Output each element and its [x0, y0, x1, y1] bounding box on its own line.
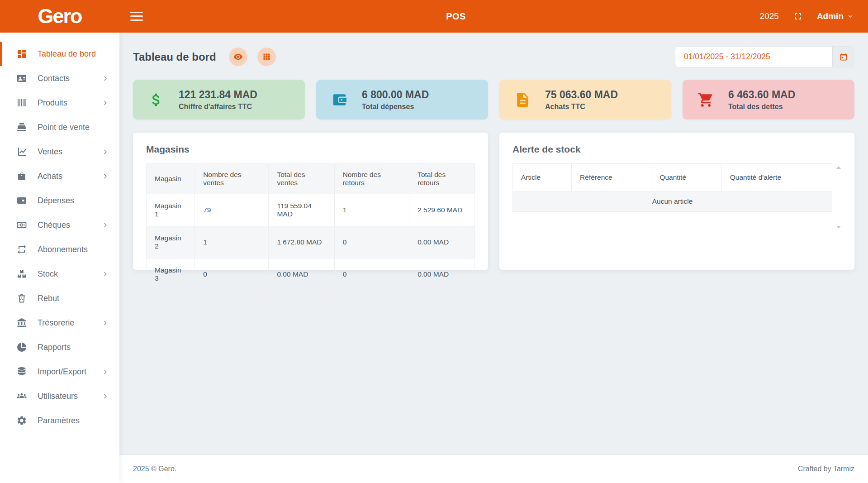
chevron-right-icon — [102, 393, 109, 400]
chevron-right-icon — [102, 222, 109, 229]
pos-icon — [16, 122, 27, 133]
invoice-icon — [514, 91, 531, 108]
stat-card-chiffre-d-affaires-ttc: 121 231.84 MAD Chiffre d'affaires TTC — [133, 80, 305, 120]
wallet-icon — [16, 195, 27, 206]
user-menu[interactable]: Admin — [817, 11, 854, 21]
scrollbar[interactable] — [836, 166, 841, 229]
bank-icon — [16, 317, 27, 328]
page-title: Tableau de bord — [133, 51, 216, 63]
stock-alert-table: ArticleRéférenceQuantitéQuantité d'alert… — [512, 163, 832, 212]
sidebar-item-label: Rapports — [38, 343, 71, 352]
brand-logo[interactable]: Gero — [0, 5, 119, 28]
scroll-up-icon[interactable] — [836, 166, 841, 169]
empty-row: Aucun article — [513, 191, 832, 212]
table-cell: 79 — [195, 194, 269, 226]
sidebar-item-label: Utilisateurs — [38, 392, 78, 401]
fullscreen-button[interactable] — [792, 11, 803, 22]
table-cell: Magasin 3 — [147, 258, 195, 291]
sidebar-item-label: Trésorerie — [38, 318, 74, 328]
sidebar-item-produits[interactable]: Produits — [0, 91, 119, 115]
stat-card-value: 6 800.00 MAD — [362, 89, 429, 101]
chevron-right-icon — [102, 75, 109, 82]
table-cell: Magasin 2 — [147, 226, 195, 258]
table-cell: 0 — [334, 226, 409, 258]
topbar-right: 2025 Admin — [760, 11, 868, 22]
column-header: Quantité — [651, 164, 721, 191]
sidebar-item-import-export[interactable]: Import/Export — [0, 359, 119, 384]
table-header-row: MagasinNombre des ventesTotal des ventes… — [147, 164, 475, 194]
barcode-icon — [16, 97, 27, 108]
sidebar-item-tableau-de-bord[interactable]: Tableau de bord — [0, 42, 119, 66]
table-cell: 1 — [334, 194, 409, 226]
visibility-button[interactable] — [229, 48, 247, 66]
sidebar-item-achats[interactable]: Achats — [0, 164, 119, 188]
chevron-right-icon — [102, 100, 109, 106]
pie-icon — [16, 342, 27, 353]
table-header-row: ArticleRéférenceQuantitéQuantité d'alert… — [513, 164, 832, 191]
sidebar-item-label: Point de vente — [38, 123, 90, 132]
app-title: POS — [446, 11, 466, 22]
sidebar-item-depenses[interactable]: Dépenses — [0, 188, 119, 213]
sidebar-item-rapports[interactable]: Rapports — [0, 335, 119, 359]
sidebar-item-label: Chéques — [38, 220, 70, 230]
boxes-icon — [16, 268, 27, 279]
sidebar-item-label: Dépenses — [38, 196, 74, 206]
column-header: Magasin — [147, 164, 195, 194]
bag-icon — [16, 171, 27, 182]
chart-icon — [16, 146, 27, 157]
app: Gero POS 2025 Admin Tableau de bord Cont… — [0, 0, 868, 483]
stat-card-value: 75 063.60 MAD — [545, 89, 618, 101]
table-cell: 1 672.80 MAD — [269, 226, 334, 258]
sidebar-item-ventes[interactable]: Ventes — [0, 139, 119, 164]
stat-card-total-des-dettes: 6 463.60 MAD Total des dettes — [683, 80, 854, 120]
date-range-input[interactable] — [675, 47, 832, 67]
table-cell: 0.00 MAD — [409, 226, 475, 258]
hamburger-icon[interactable] — [130, 12, 143, 21]
widgets-button[interactable] — [257, 48, 276, 66]
column-header: Total des ventes — [269, 164, 334, 194]
calendar-icon — [839, 53, 848, 62]
sidebar-item-tresorerie[interactable]: Trésorerie — [0, 311, 119, 335]
sidebar-menu: Tableau de bord Contacts Produits Point … — [0, 42, 119, 433]
stat-card-label: Total des dettes — [728, 103, 795, 111]
table-cell: 0.00 MAD — [409, 258, 475, 291]
trash-icon — [16, 293, 27, 304]
table-row: Magasin 211 672.80 MAD00.00 MAD — [147, 226, 475, 258]
stat-card-achats-ttc: 75 063.60 MAD Achats TTC — [499, 80, 671, 120]
dollar-icon — [148, 91, 165, 108]
table-cell: 0.00 MAD — [269, 258, 334, 291]
sidebar-item-cheques[interactable]: Chéques — [0, 213, 119, 237]
sidebar-item-point-de-vente[interactable]: Point de vente — [0, 115, 119, 139]
sidebar-item-utilisateurs[interactable]: Utilisateurs — [0, 384, 119, 408]
gear-icon — [16, 415, 27, 426]
column-header: Total des retours — [409, 164, 475, 194]
stat-card-label: Achats TTC — [545, 103, 618, 111]
scroll-down-icon[interactable] — [836, 226, 841, 229]
panels: Magasins MagasinNombre des ventesTotal d… — [133, 133, 854, 270]
table-cell: 0 — [195, 258, 269, 291]
stat-card-value: 121 231.84 MAD — [179, 89, 257, 101]
main-content: Tableau de bord — [119, 33, 868, 454]
stat-card-label: Chiffre d'affaires TTC — [179, 103, 257, 111]
table-cell: 2 529.60 MAD — [409, 194, 475, 226]
eye-icon — [233, 52, 243, 62]
sidebar-item-stock[interactable]: Stock — [0, 262, 119, 286]
stat-cards: 121 231.84 MAD Chiffre d'affaires TTC 6 … — [133, 80, 854, 120]
sidebar-item-contacts[interactable]: Contacts — [0, 66, 119, 91]
user-name: Admin — [817, 11, 844, 21]
calendar-button[interactable] — [832, 47, 854, 67]
sidebar-item-rebut[interactable]: Rebut — [0, 286, 119, 311]
chevron-right-icon — [102, 271, 109, 277]
sidebar-item-parametres[interactable]: Paramètres — [0, 408, 119, 433]
database-icon — [16, 366, 27, 377]
magasins-title: Magasins — [146, 144, 475, 155]
cart-icon — [697, 91, 714, 108]
sidebar-item-abonnements[interactable]: Abonnements — [0, 237, 119, 262]
topbar: Gero POS 2025 Admin — [0, 0, 868, 33]
table-row: Magasin 300.00 MAD00.00 MAD — [147, 258, 475, 291]
sidebar: Tableau de bord Contacts Produits Point … — [0, 33, 119, 483]
fullscreen-icon — [792, 11, 803, 22]
sidebar-item-label: Ventes — [38, 147, 62, 157]
sidebar-item-label: Tableau de bord — [38, 49, 96, 59]
year-label: 2025 — [760, 11, 779, 21]
